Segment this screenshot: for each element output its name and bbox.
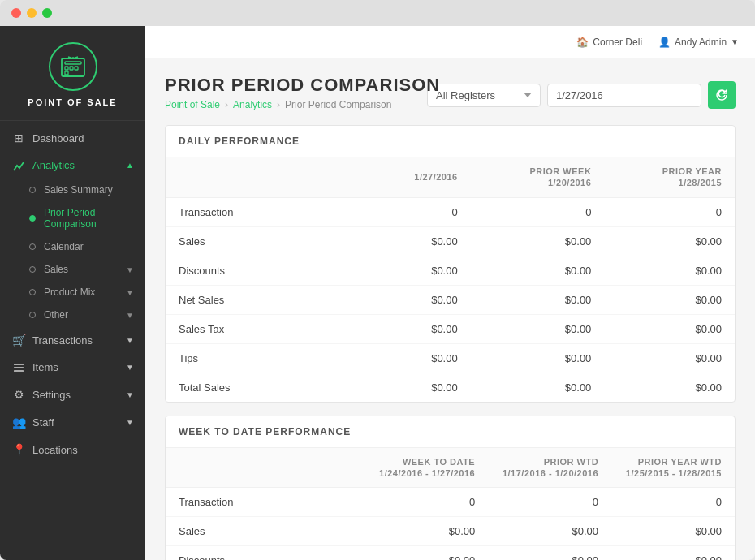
breadcrumb-analytics[interactable]: Analytics <box>233 99 272 110</box>
sidebar-item-items[interactable]: Items ▼ <box>0 354 145 381</box>
sub-dot-icon <box>29 312 36 318</box>
row-label: Transaction <box>166 197 365 226</box>
breadcrumb-current: Prior Period Comparison <box>285 99 391 110</box>
daily-col-label <box>166 157 365 197</box>
logo-icon <box>49 42 97 91</box>
table-row: Discounts $0.00 $0.00 $0.00 <box>166 256 735 285</box>
sidebar-subitem-label: Sales <box>44 264 126 275</box>
row-c3: $0.00 <box>604 226 735 256</box>
row-c3: 0 <box>611 488 735 517</box>
svg-rect-9 <box>14 364 24 365</box>
row-c2: $0.00 <box>471 285 605 314</box>
weekly-table: WEEK TO DATE1/24/2016 - 1/27/2016 PRIOR … <box>166 448 735 560</box>
row-c3: $0.00 <box>604 343 735 373</box>
row-c3: $0.00 <box>611 517 735 546</box>
table-row: Sales $0.00 $0.00 $0.00 <box>166 517 735 546</box>
row-label: Net Sales <box>166 285 365 314</box>
row-c3: 0 <box>604 197 735 226</box>
items-icon <box>11 362 26 373</box>
sidebar-item-transactions[interactable]: 🛒 Transactions ▼ <box>0 326 145 354</box>
sidebar-item-dashboard[interactable]: ⊞ Dashboard <box>0 124 145 152</box>
store-name: Corner Deli <box>593 37 642 48</box>
row-label: Sales <box>166 226 365 256</box>
daily-table-header-row: 1/27/2016 PRIOR WEEK1/20/2016 PRIOR YEAR… <box>166 157 735 197</box>
sidebar-item-label: Locations <box>32 444 78 456</box>
store-info: 🏠 Corner Deli <box>576 37 642 48</box>
sidebar-item-analytics[interactable]: Analytics ▲ <box>0 152 145 179</box>
svg-rect-2 <box>65 67 68 70</box>
staff-icon: 👥 <box>11 416 26 429</box>
breadcrumb-pos[interactable]: Point of Sale <box>165 99 220 110</box>
weekly-performance-card: WEEK TO DATE PERFORMANCE WEEK TO DATE1/2… <box>165 416 736 560</box>
svg-rect-11 <box>14 370 24 372</box>
maximize-button[interactable] <box>42 8 52 18</box>
svg-rect-3 <box>70 67 73 70</box>
other-arrow-icon: ▼ <box>126 311 134 320</box>
svg-rect-10 <box>14 367 24 368</box>
table-row: Sales $0.00 $0.00 $0.00 <box>166 226 735 256</box>
table-row: Discounts $0.00 $0.00 $0.00 <box>166 546 735 560</box>
analytics-arrow-icon: ▲ <box>126 161 134 170</box>
filter-bar: All Registers Register 1 Register 2 <box>427 81 736 109</box>
close-button[interactable] <box>11 8 21 18</box>
svg-rect-4 <box>75 67 78 70</box>
main-content: 🏠 Corner Deli 👤 Andy Admin ▼ PRIOR PERIO… <box>145 26 755 560</box>
sidebar-item-product-mix[interactable]: Product Mix ▼ <box>0 281 145 304</box>
row-c1: 0 <box>365 197 470 226</box>
refresh-button[interactable] <box>708 81 736 109</box>
user-info[interactable]: 👤 Andy Admin ▼ <box>658 37 739 48</box>
transactions-icon: 🛒 <box>11 334 26 347</box>
minimize-button[interactable] <box>27 8 37 18</box>
sidebar-item-settings[interactable]: ⚙ Settings ▼ <box>0 381 145 408</box>
dashboard-icon: ⊞ <box>11 131 26 144</box>
sidebar-item-label: Analytics <box>32 159 75 171</box>
date-input[interactable] <box>547 84 701 107</box>
product-mix-arrow-icon: ▼ <box>126 288 134 297</box>
row-label: Sales <box>166 517 365 546</box>
row-c1: $0.00 <box>365 314 470 343</box>
sidebar-item-locations[interactable]: 📍 Locations <box>0 436 145 463</box>
sidebar-item-label: Transactions <box>32 334 93 347</box>
table-row: Net Sales $0.00 $0.00 $0.00 <box>166 285 735 314</box>
sidebar-item-staff[interactable]: 👥 Staff ▼ <box>0 408 145 436</box>
logo-title: POINT OF SALE <box>28 97 117 107</box>
breadcrumb-sep2: › <box>277 99 280 110</box>
items-arrow-icon: ▼ <box>126 363 134 372</box>
sidebar-item-sales[interactable]: Sales ▼ <box>0 258 145 281</box>
sidebar-item-prior-period[interactable]: Prior Period Comparison <box>0 201 145 235</box>
row-c2: $0.00 <box>471 314 605 343</box>
table-row: Sales Tax $0.00 $0.00 $0.00 <box>166 314 735 343</box>
sub-dot-icon <box>29 266 36 273</box>
daily-col-current: 1/27/2016 <box>365 157 470 197</box>
sidebar-item-label: Settings <box>32 389 71 401</box>
row-c3: $0.00 <box>604 256 735 285</box>
sidebar: POINT OF SALE ⊞ Dashboard Analytics ▲ Sa… <box>0 26 145 560</box>
sidebar-item-sales-summary[interactable]: Sales Summary <box>0 179 145 201</box>
sub-dot-icon <box>29 289 36 295</box>
daily-table: 1/27/2016 PRIOR WEEK1/20/2016 PRIOR YEAR… <box>166 157 735 402</box>
sidebar-subitem-label: Calendar <box>44 241 84 252</box>
register-select[interactable]: All Registers Register 1 Register 2 <box>427 84 541 107</box>
sidebar-item-calendar[interactable]: Calendar <box>0 235 145 258</box>
row-c1: $0.00 <box>365 226 470 256</box>
nav-section-main: ⊞ Dashboard Analytics ▲ Sales Summary Pr… <box>0 121 145 467</box>
window-chrome <box>0 0 755 26</box>
weekly-col-label <box>166 448 365 488</box>
row-c2: $0.00 <box>471 256 605 285</box>
svg-rect-1 <box>65 62 81 64</box>
sub-dot-icon <box>29 215 36 222</box>
weekly-table-header-row: WEEK TO DATE1/24/2016 - 1/27/2016 PRIOR … <box>166 448 735 488</box>
row-c3: $0.00 <box>611 546 735 560</box>
sidebar-subitem-label: Prior Period Comparison <box>44 207 134 230</box>
weekly-col-wtd: WEEK TO DATE1/24/2016 - 1/27/2016 <box>365 448 488 488</box>
row-label: Total Sales <box>166 373 365 402</box>
sidebar-item-label: Items <box>32 361 58 373</box>
sidebar-subitem-label: Product Mix <box>44 286 126 298</box>
breadcrumb-sep: › <box>225 99 228 110</box>
row-label: Transaction <box>166 488 365 517</box>
sidebar-subitem-label: Other <box>44 309 126 321</box>
daily-col-prior-week: PRIOR WEEK1/20/2016 <box>471 157 605 197</box>
sidebar-item-other[interactable]: Other ▼ <box>0 304 145 326</box>
analytics-icon <box>11 160 26 171</box>
row-c2: $0.00 <box>471 226 605 256</box>
